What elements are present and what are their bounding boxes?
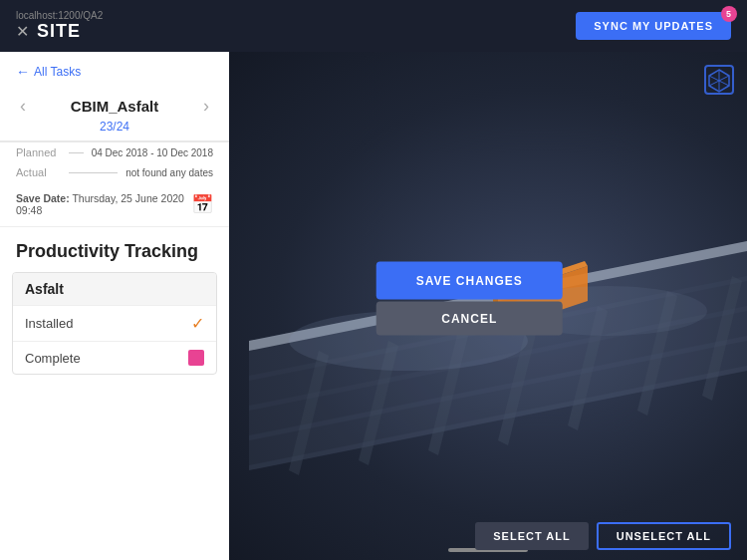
app-header: localhost:1200/QA2 ✕ SITE SYNC MY UPDATE… [0,0,747,52]
planned-row: Planned 04 Dec 2018 - 10 Dec 2018 [0,142,229,162]
prev-task-arrow[interactable]: ‹ [16,96,30,117]
back-link[interactable]: ← All Tasks [0,52,229,88]
task-count: 23/24 [100,120,129,140]
actual-line [69,172,118,173]
complete-row[interactable]: Complete [13,341,216,374]
sync-button-label: SYNC MY UPDATES [594,20,713,32]
section-title: Productivity Tracking [0,227,229,272]
installed-row[interactable]: Installed ✓ [13,305,216,341]
3d-viewport[interactable]: SAVE CHANGES CANCEL SELECT ALL UNSELECT … [229,52,747,560]
save-date-row: Save Date: Thursday, 25 June 2020 09:48 … [0,182,229,227]
viewport-mode-icon[interactable] [703,64,735,103]
task-nav-wrapper: ‹ CBIM_Asfalt › 23/24 [0,88,229,142]
action-dialog: SAVE CHANGES CANCEL [376,262,563,336]
back-arrow-icon: ← [16,64,30,80]
sync-badge: 5 [721,6,737,22]
actual-label: Actual [16,166,61,178]
actual-row: Actual not found any dates [0,162,229,182]
cancel-label: CANCEL [441,312,497,326]
category-header: Asfalt [13,273,216,305]
planned-label: Planned [16,146,61,158]
header-left: localhost:1200/QA2 ✕ SITE [16,10,103,42]
header-site: ✕ SITE [16,21,103,42]
select-all-button[interactable]: SELECT ALL [475,522,588,550]
planned-line [69,152,84,153]
select-all-label: SELECT ALL [493,530,570,542]
actual-value: not found any dates [125,167,213,178]
sidebar: ← All Tasks ‹ CBIM_Asfalt › 23/24 Planne… [0,52,229,560]
save-changes-label: SAVE CHANGES [416,274,523,288]
calendar-icon[interactable]: 📅 [191,193,213,215]
close-icon[interactable]: ✕ [16,22,29,41]
header-url: localhost:1200/QA2 [16,10,103,21]
checkmark-icon: ✓ [191,314,204,333]
task-count-wrapper: 23/24 [0,117,229,135]
installed-label: Installed [25,316,73,331]
complete-status-square [188,350,204,366]
bottom-bar: SELECT ALL UNSELECT ALL [458,512,747,560]
unselect-all-label: UNSELECT ALL [617,530,711,542]
cancel-button[interactable]: CANCEL [376,302,563,336]
next-task-arrow[interactable]: › [199,96,213,117]
complete-label: Complete [25,351,81,366]
planned-value: 04 Dec 2018 - 10 Dec 2018 [92,147,213,158]
save-date-text: Save Date: Thursday, 25 June 2020 09:48 [16,192,185,216]
sync-button[interactable]: SYNC MY UPDATES 5 [576,12,731,40]
unselect-all-button[interactable]: UNSELECT ALL [597,522,731,550]
site-title: SITE [37,21,81,42]
task-name: CBIM_Asfalt [30,98,199,115]
back-label: All Tasks [34,65,81,79]
task-name-row: ‹ CBIM_Asfalt › [0,88,229,117]
save-changes-button[interactable]: SAVE CHANGES [376,262,563,300]
category-box: Asfalt Installed ✓ Complete [12,272,217,375]
save-date-label: Save Date: [16,192,70,204]
